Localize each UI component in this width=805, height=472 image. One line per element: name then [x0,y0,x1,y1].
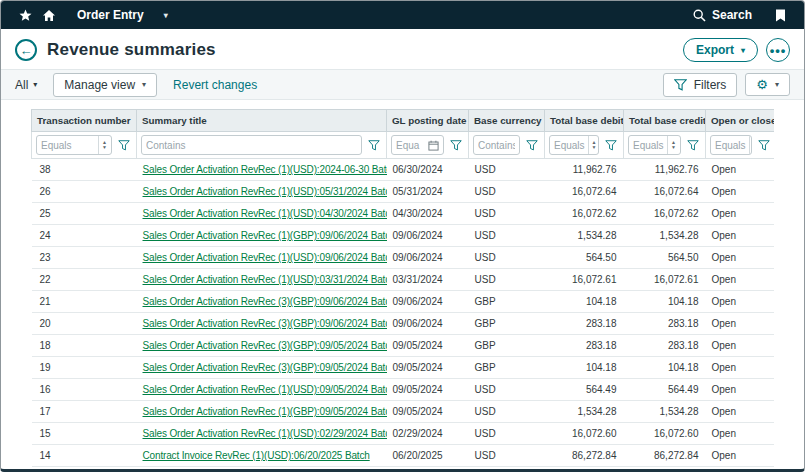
funnel-icon [674,79,687,91]
col-header-base-currency[interactable]: Base currency [469,110,545,132]
base-currency-cell: USD [469,269,545,291]
col-header-gl-posting-date[interactable]: GL posting date [387,110,469,132]
transaction-number-filter-select[interactable]: Equals ▲▼ [36,135,112,155]
total-base-debit-cell: 564.49 [545,379,624,401]
total-base-credit-filter-select[interactable]: Equals ▲▼ [628,135,681,155]
total-base-credit-cell: 1,534.28 [624,225,706,247]
total-base-debit-cell: 1,534.28 [545,225,624,247]
open-or-closed-filter-select[interactable]: Equals ▲▼ [710,135,752,155]
table-row: 21 Sales Order Activation RevRec (3)(GBP… [32,291,775,313]
total-base-credit-cell: 564.49 [624,379,706,401]
filter-row: Equals ▲▼ [32,132,775,159]
gl-posting-date-cell: 09/05/2024 [387,379,469,401]
gl-posting-date-cell: 05/31/2024 [387,181,469,203]
summary-title-link[interactable]: Sales Order Activation RevRec (1)(GBP):0… [143,406,387,417]
base-currency-cell: GBP [469,335,545,357]
gl-posting-date-funnel-icon[interactable] [448,140,464,151]
col-header-summary-title[interactable]: Summary title [137,110,387,132]
total-base-debit-cell: 16,072.64 [545,181,624,203]
summary-title-link[interactable]: Sales Order Activation RevRec (1)(USD):2… [143,164,387,175]
bookmark-icon[interactable] [768,1,792,29]
col-header-open-or-closed[interactable]: Open or closed [706,110,775,132]
total-base-debit-cell: 564.50 [545,247,624,269]
col-header-transaction-number[interactable]: Transaction number [32,110,137,132]
summary-title-link[interactable]: Sales Order Activation RevRec (1)(USD):0… [143,384,387,395]
chevron-down-icon: ▾ [775,80,779,89]
summary-title-link[interactable]: Sales Order Activation RevRec (1)(USD):0… [143,428,387,439]
chevron-down-icon: ▾ [142,80,146,89]
favorites-star-icon[interactable] [13,1,37,29]
summary-title-link[interactable]: Sales Order Activation RevRec (1)(USD):0… [143,186,387,197]
revenue-summaries-page: Order Entry ▾ Search ← Revenue summaries… [0,0,805,472]
view-selector-label: All [15,78,28,92]
total-base-credit-cell: 283.18 [624,313,706,335]
transaction-number-cell: 26 [32,181,137,203]
total-base-debit-cell: 16,072.60 [545,423,624,445]
summary-title-link[interactable]: Sales Order Activation RevRec (1)(USD):0… [143,274,387,285]
select-arrows-icon: ▲▼ [749,136,752,154]
table-row: 15 Sales Order Activation RevRec (1)(USD… [32,423,775,445]
base-currency-cell: USD [469,203,545,225]
summary-title-cell: Sales Order Activation RevRec (3)(GBP):0… [137,357,387,379]
summary-title-cell: Contract Invoice RevRec (1)(USD):06/20/2… [137,445,387,467]
base-currency-cell: GBP [469,291,545,313]
base-currency-cell: USD [469,379,545,401]
module-selector[interactable]: Order Entry ▾ [77,8,168,22]
list-settings-button[interactable]: ⚙ ▾ [745,73,790,96]
global-search[interactable]: Search [693,8,752,22]
summary-title-link[interactable]: Contract Invoice RevRec (1)(USD):06/20/2… [143,450,370,461]
total-base-credit-funnel-icon[interactable] [685,140,701,151]
gl-posting-date-cell: 06/20/2025 [387,445,469,467]
export-button[interactable]: Export ▾ [683,38,758,62]
base-currency-filter-input[interactable] [473,135,520,155]
total-base-credit-cell: 16,072.62 [624,203,706,225]
summary-title-link[interactable]: Sales Order Activation RevRec (3)(GBP):0… [143,318,387,329]
transaction-number-cell: 21 [32,291,137,313]
summary-title-link[interactable]: Sales Order Activation RevRec (3)(GBP):0… [143,296,387,307]
more-actions-button[interactable]: ••• [766,38,790,62]
base-currency-funnel-icon[interactable] [524,140,540,151]
total-base-debit-filter-select[interactable]: Equals ▲▼ [549,135,599,155]
filter-operator-label: Equals [715,140,746,151]
summary-title-cell: Sales Order Activation RevRec (3)(GBP):0… [137,313,387,335]
revert-changes-link[interactable]: Revert changes [173,78,257,92]
open-or-closed-cell: Open [706,225,775,247]
gl-posting-date-cell: 09/06/2024 [387,313,469,335]
col-header-total-base-credit[interactable]: Total base credit [624,110,706,132]
view-selector-all[interactable]: All ▾ [15,78,37,92]
col-header-total-base-debit[interactable]: Total base debit [545,110,624,132]
open-or-closed-cell: Open [706,423,775,445]
summary-title-link[interactable]: Sales Order Activation RevRec (1)(USD):0… [143,208,387,219]
filter-cell-total-base-credit: Equals ▲▼ [624,132,706,159]
summary-title-cell: Sales Order Activation RevRec (1)(USD):0… [137,423,387,445]
transaction-number-funnel-icon[interactable] [116,140,132,151]
total-base-credit-cell: 564.50 [624,247,706,269]
transaction-number-cell: 24 [32,225,137,247]
filter-operator-label: Equals [554,140,585,151]
gl-posting-date-filter-input[interactable]: Equa [391,135,444,155]
summary-title-link[interactable]: Sales Order Activation RevRec (1)(USD):0… [143,252,387,263]
table-row: 26 Sales Order Activation RevRec (1)(USD… [32,181,775,203]
summary-title-link[interactable]: Sales Order Activation RevRec (3)(GBP):0… [143,340,387,351]
open-or-closed-cell: Open [706,247,775,269]
summary-title-cell: Sales Order Activation RevRec (3)(GBP):0… [137,335,387,357]
gl-posting-date-cell: 02/29/2024 [387,423,469,445]
filters-button-label: Filters [694,78,727,92]
transaction-number-cell: 15 [32,423,137,445]
open-or-closed-funnel-icon[interactable] [756,140,772,151]
summary-title-cell: Sales Order Activation RevRec (3)(GBP):0… [137,291,387,313]
chevron-down-icon: ▾ [164,11,168,20]
open-or-closed-cell: Open [706,269,775,291]
home-icon[interactable] [37,1,61,29]
manage-view-button[interactable]: Manage view ▾ [53,73,157,97]
filter-cell-total-base-debit: Equals ▲▼ [545,132,624,159]
table-row: 18 Sales Order Activation RevRec (3)(GBP… [32,335,775,357]
summary-title-link[interactable]: Sales Order Activation RevRec (3)(GBP):0… [143,362,387,373]
total-base-debit-cell: 283.18 [545,313,624,335]
summary-title-filter-input[interactable] [141,135,362,155]
summary-title-funnel-icon[interactable] [366,140,382,151]
back-button[interactable]: ← [15,39,37,61]
total-base-debit-funnel-icon[interactable] [603,140,619,151]
filters-button[interactable]: Filters [663,73,738,97]
summary-title-link[interactable]: Sales Order Activation RevRec (1)(GBP):0… [143,230,387,241]
